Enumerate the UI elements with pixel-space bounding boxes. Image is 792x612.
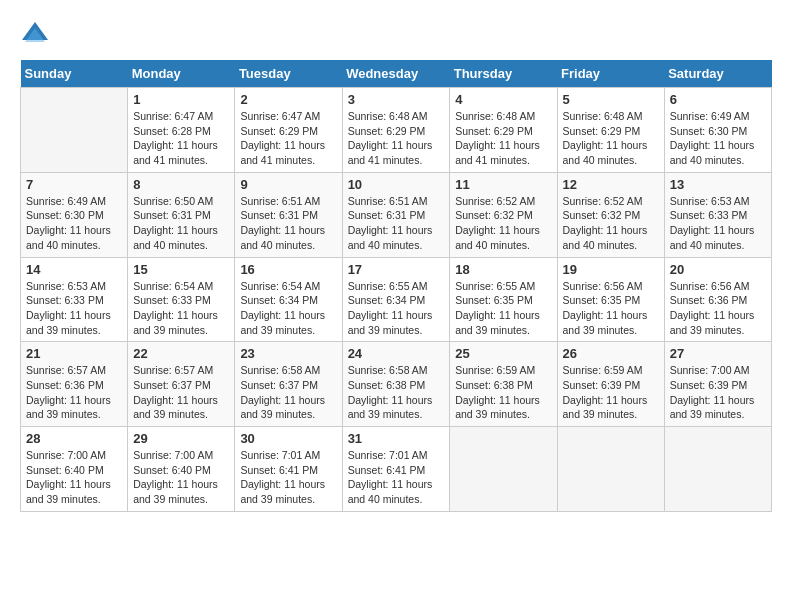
day-number: 19 — [563, 262, 659, 277]
calendar-cell: 27Sunrise: 7:00 AM Sunset: 6:39 PM Dayli… — [664, 342, 771, 427]
day-number: 10 — [348, 177, 445, 192]
calendar-cell — [450, 427, 557, 512]
day-number: 30 — [240, 431, 336, 446]
calendar-cell: 10Sunrise: 6:51 AM Sunset: 6:31 PM Dayli… — [342, 172, 450, 257]
calendar-cell: 22Sunrise: 6:57 AM Sunset: 6:37 PM Dayli… — [128, 342, 235, 427]
day-info: Sunrise: 7:00 AM Sunset: 6:40 PM Dayligh… — [26, 448, 122, 507]
calendar-cell: 31Sunrise: 7:01 AM Sunset: 6:41 PM Dayli… — [342, 427, 450, 512]
calendar-cell — [557, 427, 664, 512]
calendar-cell: 12Sunrise: 6:52 AM Sunset: 6:32 PM Dayli… — [557, 172, 664, 257]
day-number: 21 — [26, 346, 122, 361]
day-info: Sunrise: 6:54 AM Sunset: 6:34 PM Dayligh… — [240, 279, 336, 338]
calendar-header-row: SundayMondayTuesdayWednesdayThursdayFrid… — [21, 60, 772, 88]
calendar-table: SundayMondayTuesdayWednesdayThursdayFrid… — [20, 60, 772, 512]
calendar-cell: 1Sunrise: 6:47 AM Sunset: 6:28 PM Daylig… — [128, 88, 235, 173]
day-header-sunday: Sunday — [21, 60, 128, 88]
day-info: Sunrise: 6:47 AM Sunset: 6:29 PM Dayligh… — [240, 109, 336, 168]
calendar-cell: 7Sunrise: 6:49 AM Sunset: 6:30 PM Daylig… — [21, 172, 128, 257]
day-info: Sunrise: 6:57 AM Sunset: 6:37 PM Dayligh… — [133, 363, 229, 422]
calendar-cell: 11Sunrise: 6:52 AM Sunset: 6:32 PM Dayli… — [450, 172, 557, 257]
day-info: Sunrise: 6:57 AM Sunset: 6:36 PM Dayligh… — [26, 363, 122, 422]
week-row-4: 21Sunrise: 6:57 AM Sunset: 6:36 PM Dayli… — [21, 342, 772, 427]
day-info: Sunrise: 6:56 AM Sunset: 6:36 PM Dayligh… — [670, 279, 766, 338]
day-info: Sunrise: 6:54 AM Sunset: 6:33 PM Dayligh… — [133, 279, 229, 338]
day-number: 5 — [563, 92, 659, 107]
week-row-3: 14Sunrise: 6:53 AM Sunset: 6:33 PM Dayli… — [21, 257, 772, 342]
calendar-cell: 24Sunrise: 6:58 AM Sunset: 6:38 PM Dayli… — [342, 342, 450, 427]
calendar-cell: 9Sunrise: 6:51 AM Sunset: 6:31 PM Daylig… — [235, 172, 342, 257]
day-number: 1 — [133, 92, 229, 107]
day-info: Sunrise: 6:51 AM Sunset: 6:31 PM Dayligh… — [348, 194, 445, 253]
day-info: Sunrise: 6:48 AM Sunset: 6:29 PM Dayligh… — [563, 109, 659, 168]
calendar-cell: 17Sunrise: 6:55 AM Sunset: 6:34 PM Dayli… — [342, 257, 450, 342]
calendar-cell: 23Sunrise: 6:58 AM Sunset: 6:37 PM Dayli… — [235, 342, 342, 427]
day-number: 8 — [133, 177, 229, 192]
week-row-5: 28Sunrise: 7:00 AM Sunset: 6:40 PM Dayli… — [21, 427, 772, 512]
day-number: 28 — [26, 431, 122, 446]
calendar-cell: 4Sunrise: 6:48 AM Sunset: 6:29 PM Daylig… — [450, 88, 557, 173]
day-info: Sunrise: 6:59 AM Sunset: 6:39 PM Dayligh… — [563, 363, 659, 422]
calendar-cell: 18Sunrise: 6:55 AM Sunset: 6:35 PM Dayli… — [450, 257, 557, 342]
calendar-cell: 30Sunrise: 7:01 AM Sunset: 6:41 PM Dayli… — [235, 427, 342, 512]
calendar-cell: 3Sunrise: 6:48 AM Sunset: 6:29 PM Daylig… — [342, 88, 450, 173]
calendar-cell: 14Sunrise: 6:53 AM Sunset: 6:33 PM Dayli… — [21, 257, 128, 342]
day-info: Sunrise: 6:48 AM Sunset: 6:29 PM Dayligh… — [348, 109, 445, 168]
calendar-cell: 26Sunrise: 6:59 AM Sunset: 6:39 PM Dayli… — [557, 342, 664, 427]
calendar-cell: 8Sunrise: 6:50 AM Sunset: 6:31 PM Daylig… — [128, 172, 235, 257]
calendar-cell: 29Sunrise: 7:00 AM Sunset: 6:40 PM Dayli… — [128, 427, 235, 512]
day-number: 2 — [240, 92, 336, 107]
calendar-cell: 21Sunrise: 6:57 AM Sunset: 6:36 PM Dayli… — [21, 342, 128, 427]
week-row-1: 1Sunrise: 6:47 AM Sunset: 6:28 PM Daylig… — [21, 88, 772, 173]
day-number: 18 — [455, 262, 551, 277]
day-header-monday: Monday — [128, 60, 235, 88]
calendar-cell: 13Sunrise: 6:53 AM Sunset: 6:33 PM Dayli… — [664, 172, 771, 257]
day-info: Sunrise: 6:58 AM Sunset: 6:38 PM Dayligh… — [348, 363, 445, 422]
day-info: Sunrise: 6:55 AM Sunset: 6:34 PM Dayligh… — [348, 279, 445, 338]
calendar-cell: 6Sunrise: 6:49 AM Sunset: 6:30 PM Daylig… — [664, 88, 771, 173]
day-info: Sunrise: 6:55 AM Sunset: 6:35 PM Dayligh… — [455, 279, 551, 338]
calendar-cell: 16Sunrise: 6:54 AM Sunset: 6:34 PM Dayli… — [235, 257, 342, 342]
day-info: Sunrise: 6:59 AM Sunset: 6:38 PM Dayligh… — [455, 363, 551, 422]
day-number: 3 — [348, 92, 445, 107]
day-info: Sunrise: 7:00 AM Sunset: 6:39 PM Dayligh… — [670, 363, 766, 422]
day-header-friday: Friday — [557, 60, 664, 88]
calendar-cell — [664, 427, 771, 512]
day-number: 4 — [455, 92, 551, 107]
day-number: 11 — [455, 177, 551, 192]
day-info: Sunrise: 6:58 AM Sunset: 6:37 PM Dayligh… — [240, 363, 336, 422]
day-info: Sunrise: 7:01 AM Sunset: 6:41 PM Dayligh… — [348, 448, 445, 507]
calendar-cell — [21, 88, 128, 173]
week-row-2: 7Sunrise: 6:49 AM Sunset: 6:30 PM Daylig… — [21, 172, 772, 257]
day-number: 31 — [348, 431, 445, 446]
calendar-cell: 28Sunrise: 7:00 AM Sunset: 6:40 PM Dayli… — [21, 427, 128, 512]
day-number: 9 — [240, 177, 336, 192]
day-number: 23 — [240, 346, 336, 361]
day-info: Sunrise: 6:53 AM Sunset: 6:33 PM Dayligh… — [670, 194, 766, 253]
day-number: 20 — [670, 262, 766, 277]
day-header-thursday: Thursday — [450, 60, 557, 88]
day-info: Sunrise: 6:49 AM Sunset: 6:30 PM Dayligh… — [26, 194, 122, 253]
calendar-cell: 5Sunrise: 6:48 AM Sunset: 6:29 PM Daylig… — [557, 88, 664, 173]
day-info: Sunrise: 6:48 AM Sunset: 6:29 PM Dayligh… — [455, 109, 551, 168]
day-number: 12 — [563, 177, 659, 192]
day-info: Sunrise: 7:00 AM Sunset: 6:40 PM Dayligh… — [133, 448, 229, 507]
day-info: Sunrise: 6:53 AM Sunset: 6:33 PM Dayligh… — [26, 279, 122, 338]
day-info: Sunrise: 6:49 AM Sunset: 6:30 PM Dayligh… — [670, 109, 766, 168]
day-info: Sunrise: 6:52 AM Sunset: 6:32 PM Dayligh… — [563, 194, 659, 253]
day-number: 14 — [26, 262, 122, 277]
day-info: Sunrise: 6:52 AM Sunset: 6:32 PM Dayligh… — [455, 194, 551, 253]
day-number: 25 — [455, 346, 551, 361]
calendar-cell: 20Sunrise: 6:56 AM Sunset: 6:36 PM Dayli… — [664, 257, 771, 342]
calendar-cell: 15Sunrise: 6:54 AM Sunset: 6:33 PM Dayli… — [128, 257, 235, 342]
day-number: 16 — [240, 262, 336, 277]
logo-icon — [20, 20, 50, 50]
day-number: 22 — [133, 346, 229, 361]
day-number: 15 — [133, 262, 229, 277]
day-number: 13 — [670, 177, 766, 192]
day-info: Sunrise: 6:51 AM Sunset: 6:31 PM Dayligh… — [240, 194, 336, 253]
day-info: Sunrise: 6:50 AM Sunset: 6:31 PM Dayligh… — [133, 194, 229, 253]
calendar-cell: 19Sunrise: 6:56 AM Sunset: 6:35 PM Dayli… — [557, 257, 664, 342]
day-info: Sunrise: 7:01 AM Sunset: 6:41 PM Dayligh… — [240, 448, 336, 507]
day-info: Sunrise: 6:47 AM Sunset: 6:28 PM Dayligh… — [133, 109, 229, 168]
day-header-wednesday: Wednesday — [342, 60, 450, 88]
